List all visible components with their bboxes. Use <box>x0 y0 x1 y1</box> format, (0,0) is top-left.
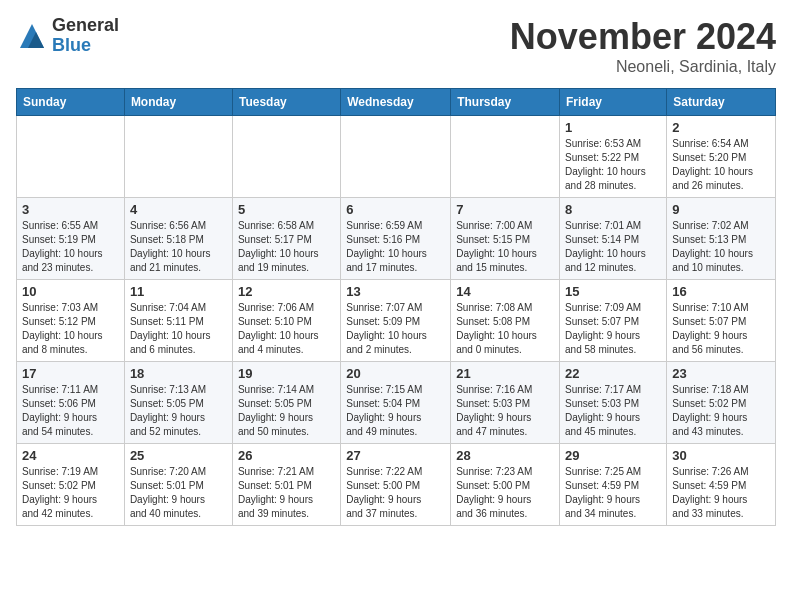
day-number: 6 <box>346 202 445 217</box>
day-info: Sunrise: 7:07 AM Sunset: 5:09 PM Dayligh… <box>346 301 445 357</box>
day-number: 21 <box>456 366 554 381</box>
weekday-header-row: SundayMondayTuesdayWednesdayThursdayFrid… <box>17 89 776 116</box>
day-number: 5 <box>238 202 335 217</box>
calendar-week-row: 3Sunrise: 6:55 AM Sunset: 5:19 PM Daylig… <box>17 198 776 280</box>
logo-blue: Blue <box>52 36 119 56</box>
day-number: 7 <box>456 202 554 217</box>
day-number: 3 <box>22 202 119 217</box>
calendar-cell <box>232 116 340 198</box>
day-number: 11 <box>130 284 227 299</box>
calendar-cell: 13Sunrise: 7:07 AM Sunset: 5:09 PM Dayli… <box>341 280 451 362</box>
day-info: Sunrise: 7:20 AM Sunset: 5:01 PM Dayligh… <box>130 465 227 521</box>
day-info: Sunrise: 7:26 AM Sunset: 4:59 PM Dayligh… <box>672 465 770 521</box>
calendar-cell: 6Sunrise: 6:59 AM Sunset: 5:16 PM Daylig… <box>341 198 451 280</box>
calendar-cell: 17Sunrise: 7:11 AM Sunset: 5:06 PM Dayli… <box>17 362 125 444</box>
calendar-cell: 4Sunrise: 6:56 AM Sunset: 5:18 PM Daylig… <box>124 198 232 280</box>
day-info: Sunrise: 7:25 AM Sunset: 4:59 PM Dayligh… <box>565 465 661 521</box>
calendar-cell: 2Sunrise: 6:54 AM Sunset: 5:20 PM Daylig… <box>667 116 776 198</box>
weekday-header: Sunday <box>17 89 125 116</box>
calendar-cell: 21Sunrise: 7:16 AM Sunset: 5:03 PM Dayli… <box>451 362 560 444</box>
weekday-header: Saturday <box>667 89 776 116</box>
day-number: 1 <box>565 120 661 135</box>
month-title: November 2024 <box>510 16 776 58</box>
calendar-cell: 12Sunrise: 7:06 AM Sunset: 5:10 PM Dayli… <box>232 280 340 362</box>
calendar-cell: 22Sunrise: 7:17 AM Sunset: 5:03 PM Dayli… <box>560 362 667 444</box>
day-number: 23 <box>672 366 770 381</box>
calendar-cell: 7Sunrise: 7:00 AM Sunset: 5:15 PM Daylig… <box>451 198 560 280</box>
calendar-cell: 10Sunrise: 7:03 AM Sunset: 5:12 PM Dayli… <box>17 280 125 362</box>
day-info: Sunrise: 7:22 AM Sunset: 5:00 PM Dayligh… <box>346 465 445 521</box>
weekday-header: Monday <box>124 89 232 116</box>
logo-icon <box>16 20 48 52</box>
day-number: 15 <box>565 284 661 299</box>
day-number: 30 <box>672 448 770 463</box>
weekday-header: Friday <box>560 89 667 116</box>
day-info: Sunrise: 7:13 AM Sunset: 5:05 PM Dayligh… <box>130 383 227 439</box>
day-number: 25 <box>130 448 227 463</box>
day-number: 4 <box>130 202 227 217</box>
calendar-cell <box>451 116 560 198</box>
day-number: 29 <box>565 448 661 463</box>
calendar-week-row: 24Sunrise: 7:19 AM Sunset: 5:02 PM Dayli… <box>17 444 776 526</box>
weekday-header: Wednesday <box>341 89 451 116</box>
calendar-week-row: 17Sunrise: 7:11 AM Sunset: 5:06 PM Dayli… <box>17 362 776 444</box>
day-info: Sunrise: 7:18 AM Sunset: 5:02 PM Dayligh… <box>672 383 770 439</box>
day-info: Sunrise: 7:01 AM Sunset: 5:14 PM Dayligh… <box>565 219 661 275</box>
logo-text: General Blue <box>52 16 119 56</box>
day-info: Sunrise: 7:15 AM Sunset: 5:04 PM Dayligh… <box>346 383 445 439</box>
logo: General Blue <box>16 16 119 56</box>
day-number: 12 <box>238 284 335 299</box>
calendar-cell: 25Sunrise: 7:20 AM Sunset: 5:01 PM Dayli… <box>124 444 232 526</box>
day-info: Sunrise: 7:00 AM Sunset: 5:15 PM Dayligh… <box>456 219 554 275</box>
calendar-cell: 28Sunrise: 7:23 AM Sunset: 5:00 PM Dayli… <box>451 444 560 526</box>
day-number: 9 <box>672 202 770 217</box>
day-number: 2 <box>672 120 770 135</box>
day-number: 28 <box>456 448 554 463</box>
day-info: Sunrise: 7:02 AM Sunset: 5:13 PM Dayligh… <box>672 219 770 275</box>
day-info: Sunrise: 6:59 AM Sunset: 5:16 PM Dayligh… <box>346 219 445 275</box>
day-info: Sunrise: 7:19 AM Sunset: 5:02 PM Dayligh… <box>22 465 119 521</box>
title-block: November 2024 Neoneli, Sardinia, Italy <box>510 16 776 76</box>
location: Neoneli, Sardinia, Italy <box>510 58 776 76</box>
calendar-cell: 27Sunrise: 7:22 AM Sunset: 5:00 PM Dayli… <box>341 444 451 526</box>
calendar-cell: 15Sunrise: 7:09 AM Sunset: 5:07 PM Dayli… <box>560 280 667 362</box>
calendar-cell: 14Sunrise: 7:08 AM Sunset: 5:08 PM Dayli… <box>451 280 560 362</box>
day-number: 20 <box>346 366 445 381</box>
calendar-cell: 19Sunrise: 7:14 AM Sunset: 5:05 PM Dayli… <box>232 362 340 444</box>
calendar-cell: 26Sunrise: 7:21 AM Sunset: 5:01 PM Dayli… <box>232 444 340 526</box>
day-info: Sunrise: 7:17 AM Sunset: 5:03 PM Dayligh… <box>565 383 661 439</box>
day-number: 13 <box>346 284 445 299</box>
calendar-cell: 30Sunrise: 7:26 AM Sunset: 4:59 PM Dayli… <box>667 444 776 526</box>
day-info: Sunrise: 6:53 AM Sunset: 5:22 PM Dayligh… <box>565 137 661 193</box>
day-info: Sunrise: 7:09 AM Sunset: 5:07 PM Dayligh… <box>565 301 661 357</box>
day-info: Sunrise: 7:23 AM Sunset: 5:00 PM Dayligh… <box>456 465 554 521</box>
logo-general: General <box>52 16 119 36</box>
calendar-cell: 23Sunrise: 7:18 AM Sunset: 5:02 PM Dayli… <box>667 362 776 444</box>
day-info: Sunrise: 7:08 AM Sunset: 5:08 PM Dayligh… <box>456 301 554 357</box>
day-info: Sunrise: 7:11 AM Sunset: 5:06 PM Dayligh… <box>22 383 119 439</box>
day-info: Sunrise: 7:14 AM Sunset: 5:05 PM Dayligh… <box>238 383 335 439</box>
day-info: Sunrise: 6:56 AM Sunset: 5:18 PM Dayligh… <box>130 219 227 275</box>
day-info: Sunrise: 7:16 AM Sunset: 5:03 PM Dayligh… <box>456 383 554 439</box>
calendar-table: SundayMondayTuesdayWednesdayThursdayFrid… <box>16 88 776 526</box>
calendar-cell <box>124 116 232 198</box>
calendar-cell: 16Sunrise: 7:10 AM Sunset: 5:07 PM Dayli… <box>667 280 776 362</box>
day-info: Sunrise: 7:10 AM Sunset: 5:07 PM Dayligh… <box>672 301 770 357</box>
calendar-cell: 8Sunrise: 7:01 AM Sunset: 5:14 PM Daylig… <box>560 198 667 280</box>
calendar-cell: 5Sunrise: 6:58 AM Sunset: 5:17 PM Daylig… <box>232 198 340 280</box>
calendar-cell: 18Sunrise: 7:13 AM Sunset: 5:05 PM Dayli… <box>124 362 232 444</box>
day-info: Sunrise: 7:06 AM Sunset: 5:10 PM Dayligh… <box>238 301 335 357</box>
day-number: 14 <box>456 284 554 299</box>
calendar-cell <box>341 116 451 198</box>
calendar-cell: 9Sunrise: 7:02 AM Sunset: 5:13 PM Daylig… <box>667 198 776 280</box>
day-number: 16 <box>672 284 770 299</box>
day-info: Sunrise: 6:58 AM Sunset: 5:17 PM Dayligh… <box>238 219 335 275</box>
calendar-cell: 3Sunrise: 6:55 AM Sunset: 5:19 PM Daylig… <box>17 198 125 280</box>
day-number: 22 <box>565 366 661 381</box>
calendar-cell <box>17 116 125 198</box>
day-number: 27 <box>346 448 445 463</box>
calendar-cell: 11Sunrise: 7:04 AM Sunset: 5:11 PM Dayli… <box>124 280 232 362</box>
calendar-cell: 1Sunrise: 6:53 AM Sunset: 5:22 PM Daylig… <box>560 116 667 198</box>
day-number: 17 <box>22 366 119 381</box>
day-number: 10 <box>22 284 119 299</box>
